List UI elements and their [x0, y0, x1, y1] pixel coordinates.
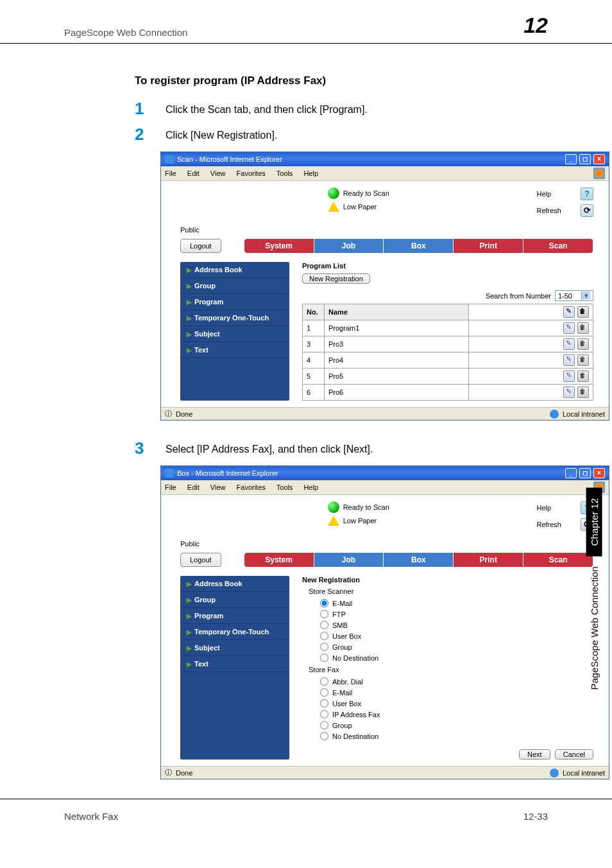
maximize-button[interactable]: ◻: [579, 154, 591, 164]
section-title: To register program (IP Address Fax): [135, 74, 548, 87]
close-button[interactable]: ×: [593, 154, 605, 164]
tab-job[interactable]: Job: [314, 553, 384, 567]
delete-icon[interactable]: [577, 306, 589, 318]
menu-tools[interactable]: Tools: [276, 169, 293, 177]
menu-file[interactable]: File: [165, 483, 176, 491]
edit-icon[interactable]: [563, 354, 575, 366]
menu-favorites[interactable]: Favorites: [237, 483, 266, 491]
radio-fax-userbox[interactable]: [320, 699, 328, 707]
status-zone: Local intranet: [563, 769, 605, 777]
side-text: PageScope Web Connection: [586, 556, 602, 700]
sidebar-item-address-book[interactable]: ▶Address Book: [180, 262, 289, 278]
menu-edit[interactable]: Edit: [187, 169, 200, 177]
sidebar-item-temporary[interactable]: ▶Temporary One-Touch: [180, 310, 289, 326]
sidebar-item-text[interactable]: ▶Text: [180, 342, 289, 358]
status-done: ⓘ: [165, 768, 172, 777]
radio-email[interactable]: [320, 599, 328, 607]
delete-icon[interactable]: [577, 322, 589, 334]
edit-icon[interactable]: [563, 370, 575, 382]
chevron-down-icon: ▾: [581, 291, 590, 300]
menu-view[interactable]: View: [210, 483, 226, 491]
tab-job[interactable]: Job: [314, 239, 384, 253]
tab-print[interactable]: Print: [454, 553, 523, 567]
radio-abbr-dial[interactable]: [320, 677, 328, 686]
radio-nodest[interactable]: [320, 654, 328, 662]
tab-box[interactable]: Box: [384, 239, 454, 253]
menu-favorites[interactable]: Favorites: [237, 169, 266, 177]
help-button[interactable]: ?: [581, 187, 593, 200]
tab-system[interactable]: System: [244, 553, 314, 567]
logout-button[interactable]: Logout: [180, 239, 221, 253]
close-button[interactable]: ×: [593, 468, 605, 478]
refresh-button[interactable]: ⟳: [581, 204, 593, 217]
sidebar-item-group[interactable]: ▶Group: [180, 278, 289, 294]
refresh-label: Refresh: [536, 521, 561, 528]
menu-view[interactable]: View: [210, 169, 226, 177]
sidebar-item-address-book[interactable]: ▶Address Book: [180, 576, 289, 592]
cancel-button[interactable]: Cancel: [555, 749, 593, 759]
sidebar-item-group[interactable]: ▶Group: [180, 592, 289, 608]
minimize-button[interactable]: _: [565, 154, 577, 164]
window2-title: Box - Microsoft Internet Explorer: [177, 469, 278, 477]
radio-smb[interactable]: [320, 621, 328, 629]
screenshot-program-list: Scan - Microsoft Internet Explorer _ ◻ ×…: [160, 152, 609, 421]
status-lowpaper: Low Paper: [343, 203, 377, 211]
delete-icon[interactable]: [577, 338, 589, 350]
radio-label: SMB: [332, 621, 348, 629]
status-zone: Local intranet: [563, 410, 605, 418]
edit-icon[interactable]: [563, 338, 575, 350]
menu-bar[interactable]: File Edit View Favorites Tools Help: [165, 483, 327, 491]
menu-edit[interactable]: Edit: [187, 483, 200, 491]
radio-ipaddressfax[interactable]: [320, 710, 328, 718]
delete-icon[interactable]: [577, 354, 589, 366]
refresh-label: Refresh: [536, 207, 561, 214]
tab-scan[interactable]: Scan: [523, 239, 593, 253]
radio-fax-email[interactable]: [320, 688, 328, 697]
sidebar-label: Program: [194, 612, 223, 620]
edit-icon[interactable]: [563, 386, 575, 398]
sidebar-item-temporary[interactable]: ▶Temporary One-Touch: [180, 624, 289, 640]
tab-box[interactable]: Box: [384, 553, 454, 567]
radio-fax-group[interactable]: [320, 721, 328, 729]
running-head-left: PageScope Web Connection: [64, 27, 187, 38]
status-done: ⓘ: [165, 409, 172, 419]
menu-help[interactable]: Help: [303, 169, 318, 177]
sidebar: ▶Address Book ▶Group ▶Program ▶Temporary…: [180, 262, 289, 401]
tab-system[interactable]: System: [244, 239, 314, 253]
new-registration-button[interactable]: New Registration: [302, 273, 370, 284]
delete-icon[interactable]: [577, 370, 589, 382]
minimize-button[interactable]: _: [565, 468, 577, 478]
caret-icon: ▶: [187, 299, 192, 306]
next-button[interactable]: Next: [519, 749, 550, 759]
side-tab: PageScope Web Connection Chapter 12: [586, 488, 602, 700]
maximize-button[interactable]: ◻: [579, 468, 591, 478]
sidebar-item-program[interactable]: ▶Program: [180, 294, 289, 310]
search-range-select[interactable]: 1-50▾: [555, 290, 593, 301]
radio-userbox[interactable]: [320, 632, 328, 640]
radio-ftp[interactable]: [320, 610, 328, 618]
menu-tools[interactable]: Tools: [276, 483, 293, 491]
help-label: Help: [536, 190, 551, 198]
logout-button[interactable]: Logout: [180, 553, 221, 567]
menu-bar[interactable]: File Edit View Favorites Tools Help: [165, 169, 327, 177]
radio-group[interactable]: [320, 643, 328, 651]
sidebar-item-subject[interactable]: ▶Subject: [180, 640, 289, 656]
store-scanner-label: Store Scanner: [309, 587, 593, 595]
menu-file[interactable]: File: [165, 169, 176, 177]
edit-icon[interactable]: [563, 322, 575, 334]
tab-scan[interactable]: Scan: [523, 553, 593, 567]
tab-print[interactable]: Print: [454, 239, 523, 253]
radio-fax-nodest[interactable]: [320, 732, 328, 740]
delete-icon[interactable]: [577, 386, 589, 398]
sidebar-item-text[interactable]: ▶Text: [180, 656, 289, 672]
status-done-text: Done: [176, 769, 192, 777]
screenshot-new-registration: Box - Microsoft Internet Explorer _ ◻ × …: [160, 465, 609, 779]
radio-label: E-Mail: [332, 600, 352, 607]
table-row: 6Pro6: [303, 385, 593, 401]
edit-icon[interactable]: [563, 306, 575, 318]
cell-name: Pro6: [325, 385, 469, 401]
sidebar-item-program[interactable]: ▶Program: [180, 608, 289, 624]
sidebar-label: Program: [194, 298, 223, 306]
menu-help[interactable]: Help: [303, 483, 318, 491]
sidebar-item-subject[interactable]: ▶Subject: [180, 326, 289, 342]
